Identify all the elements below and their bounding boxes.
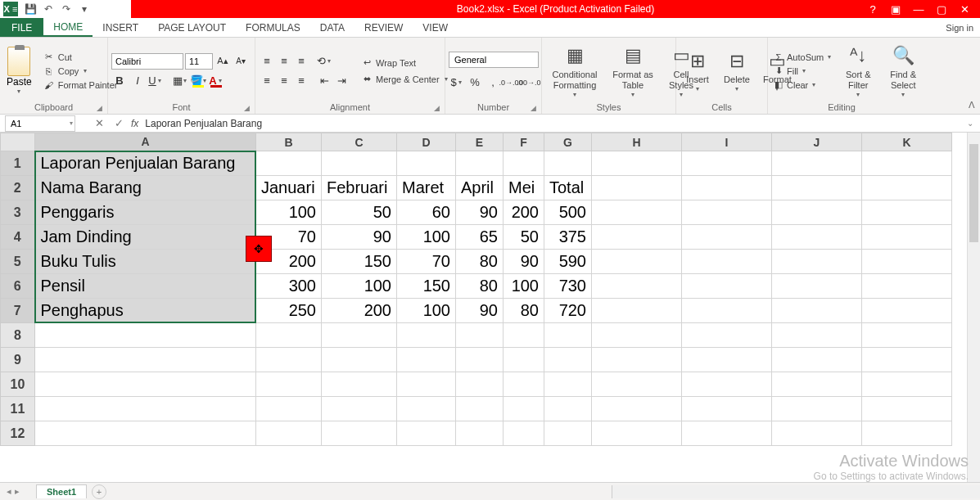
ribbon-options-icon[interactable]: ▣ <box>887 2 905 16</box>
horizontal-scrollbar[interactable] <box>612 485 980 498</box>
cell-F1[interactable] <box>504 151 544 176</box>
cell-E8[interactable] <box>456 323 504 348</box>
col-header-D[interactable]: D <box>397 133 456 151</box>
number-format-select[interactable] <box>449 52 539 68</box>
cell-C2[interactable]: Februari <box>322 176 397 200</box>
row-header-3[interactable]: 3 <box>1 200 35 225</box>
cell-J10[interactable] <box>772 372 862 397</box>
cell-C12[interactable] <box>322 421 397 446</box>
cell-K11[interactable] <box>862 397 952 421</box>
sheet-tab-sheet1[interactable]: Sheet1 <box>36 484 87 498</box>
cell-H8[interactable] <box>592 323 682 348</box>
tab-view[interactable]: VIEW <box>413 18 458 37</box>
wrap-text-button[interactable]: ↩Wrap Text <box>359 56 451 70</box>
cell-C3[interactable]: 50 <box>322 200 397 225</box>
cell-E10[interactable] <box>456 372 504 397</box>
cell-G1[interactable] <box>544 151 592 176</box>
cell-I9[interactable] <box>682 348 772 372</box>
orientation-icon[interactable]: ⟲▾ <box>316 53 332 70</box>
sheet-nav-prev-icon[interactable]: ◂ <box>7 486 11 497</box>
decrease-indent-icon[interactable]: ⇤ <box>316 73 332 89</box>
sheet-nav-next-icon[interactable]: ▸ <box>15 486 20 497</box>
cell-A8[interactable] <box>35 323 256 348</box>
cell-G7[interactable]: 720 <box>544 299 592 323</box>
row-header-1[interactable]: 1 <box>1 151 35 176</box>
cell-G3[interactable]: 500 <box>544 200 592 225</box>
row-header-11[interactable]: 11 <box>1 397 35 421</box>
row-header-7[interactable]: 7 <box>1 299 35 323</box>
fx-icon[interactable]: fx <box>131 118 138 129</box>
cell-D2[interactable]: Maret <box>397 176 456 200</box>
cell-G12[interactable] <box>544 421 592 446</box>
col-header-K[interactable]: K <box>862 133 952 151</box>
name-box[interactable]: A1▾ <box>5 115 75 132</box>
cell-F11[interactable] <box>504 397 544 421</box>
cell-E5[interactable]: 80 <box>456 250 504 274</box>
row-header-9[interactable]: 9 <box>1 348 35 372</box>
align-middle-icon[interactable]: ≡ <box>276 53 292 70</box>
cell-G6[interactable]: 730 <box>544 274 592 299</box>
cell-C7[interactable]: 200 <box>322 299 397 323</box>
enter-entry-icon[interactable]: ✓ <box>111 116 126 131</box>
cell-I8[interactable] <box>682 323 772 348</box>
insert-cells-button[interactable]: ⊞Insert▾ <box>680 47 716 95</box>
cell-K3[interactable] <box>862 200 952 225</box>
col-header-B[interactable]: B <box>256 133 322 151</box>
cell-E6[interactable]: 80 <box>456 274 504 299</box>
expand-formula-bar-icon[interactable]: ⌄ <box>967 119 973 128</box>
help-icon[interactable]: ? <box>864 2 882 16</box>
sort-filter-button[interactable]: ᴬ↓Sort & Filter▾ <box>838 42 878 101</box>
cell-H7[interactable] <box>592 299 682 323</box>
cell-C6[interactable]: 100 <box>322 274 397 299</box>
cell-K12[interactable] <box>862 421 952 446</box>
cell-B7[interactable]: 250 <box>256 299 322 323</box>
cell-D4[interactable]: 100 <box>397 225 456 250</box>
cell-B1[interactable] <box>256 151 322 176</box>
cell-G2[interactable]: Total <box>544 176 592 200</box>
cell-F7[interactable]: 80 <box>504 299 544 323</box>
cell-C1[interactable] <box>322 151 397 176</box>
col-header-A[interactable]: A <box>35 133 256 151</box>
col-header-C[interactable]: C <box>322 133 397 151</box>
cell-D12[interactable] <box>397 421 456 446</box>
cell-J7[interactable] <box>772 299 862 323</box>
align-bottom-icon[interactable]: ≡ <box>293 53 309 70</box>
accounting-format-icon[interactable]: $▾ <box>449 74 465 91</box>
align-top-icon[interactable]: ≡ <box>259 53 275 70</box>
cell-E12[interactable] <box>456 421 504 446</box>
sign-in-link[interactable]: Sign in <box>939 18 980 37</box>
cell-K7[interactable] <box>862 299 952 323</box>
fill-color-button[interactable]: 🪣▾ <box>190 73 206 89</box>
cell-F2[interactable]: Mei <box>504 176 544 200</box>
cell-K10[interactable] <box>862 372 952 397</box>
font-color-button[interactable]: A▾ <box>208 73 224 89</box>
cell-D6[interactable]: 150 <box>397 274 456 299</box>
tab-review[interactable]: REVIEW <box>355 18 413 37</box>
cell-H9[interactable] <box>592 348 682 372</box>
clear-button[interactable]: ◧Clear▾ <box>771 79 834 92</box>
cell-A9[interactable] <box>35 348 256 372</box>
font-name-input[interactable] <box>111 53 183 70</box>
row-header-10[interactable]: 10 <box>1 372 35 397</box>
new-sheet-button[interactable]: + <box>92 484 106 499</box>
undo-icon[interactable]: ↶ <box>41 2 56 16</box>
cell-K8[interactable] <box>862 323 952 348</box>
row-header-2[interactable]: 2 <box>1 176 35 200</box>
cell-D3[interactable]: 60 <box>397 200 456 225</box>
align-right-icon[interactable]: ≡ <box>293 73 309 89</box>
tab-formulas[interactable]: FORMULAS <box>236 18 310 37</box>
cell-G11[interactable] <box>544 397 592 421</box>
col-header-E[interactable]: E <box>456 133 504 151</box>
cell-K9[interactable] <box>862 348 952 372</box>
cell-E2[interactable]: April <box>456 176 504 200</box>
cell-G4[interactable]: 375 <box>544 225 592 250</box>
percent-format-icon[interactable]: % <box>467 74 483 91</box>
cell-H2[interactable] <box>592 176 682 200</box>
cell-J8[interactable] <box>772 323 862 348</box>
merge-center-button[interactable]: ⬌Merge & Center▾ <box>359 73 451 86</box>
spreadsheet-grid[interactable]: ABCDEFGHIJK1Laporan Penjualan Barang2Nam… <box>0 133 980 493</box>
tab-data[interactable]: DATA <box>310 18 355 37</box>
format-as-table-button[interactable]: ▤Format as Table▾ <box>607 42 658 101</box>
cell-I12[interactable] <box>682 421 772 446</box>
font-size-input[interactable] <box>185 53 213 70</box>
